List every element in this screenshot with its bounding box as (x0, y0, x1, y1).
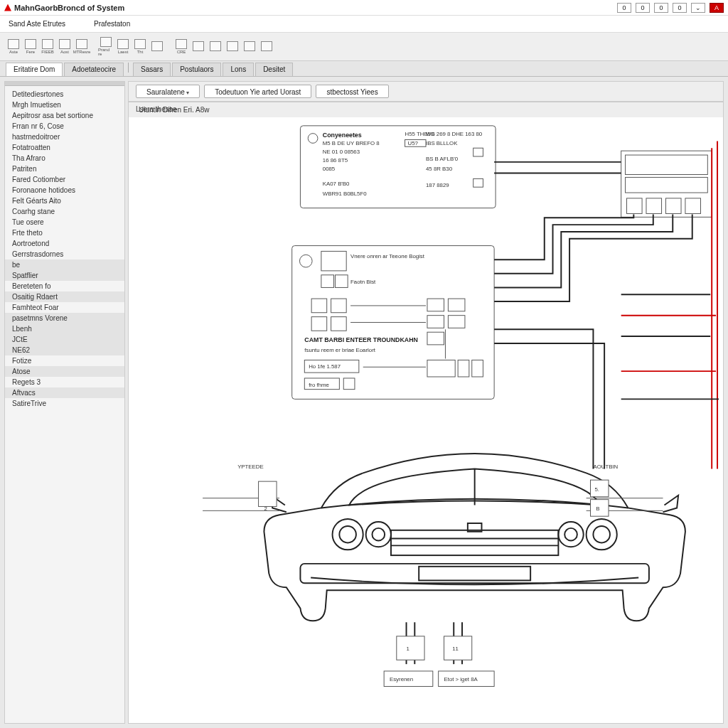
app-title: MahnGaorbBroncd of System (14, 4, 124, 12)
nav-tab-6[interactable]: Desitet (255, 63, 293, 76)
doc-body: Uiuntin Dihen Eri. A8w Conyeneetes M5 B … (129, 102, 723, 723)
tool-icon-7 (117, 39, 129, 49)
sidebar-item-22[interactable]: Lbenh (5, 323, 124, 334)
svg-rect-28 (331, 317, 347, 331)
svg-text:16 86 8T5: 16 86 8T5 (323, 157, 348, 164)
nav-tab-3[interactable]: Sasars (133, 63, 171, 76)
tool-btn-5[interactable]: MTResre (74, 36, 90, 58)
sidebar-item-18[interactable]: Bereteten fo (5, 281, 124, 291)
svg-rect-23 (335, 275, 348, 288)
sidebar-item-21[interactable]: pasetmns Vorene (5, 313, 124, 323)
svg-rect-38 (427, 332, 444, 345)
doc-tabs: Sauralatene Todeutuon Yie arted Uorast s… (129, 82, 723, 102)
sidebar-item-16[interactable]: be (5, 259, 124, 270)
svg-rect-39 (448, 299, 465, 311)
svg-rect-64 (419, 567, 530, 581)
svg-point-60 (593, 526, 610, 543)
sidebar-item-7[interactable]: Patriten (5, 164, 124, 174)
sidebar-item-1[interactable]: Mrgh Imuetisen (5, 100, 124, 110)
tool-icon-5 (76, 39, 87, 49)
sidebar-item-11[interactable]: Coarhg stane (5, 206, 124, 217)
tool-btn-7[interactable]: Laest (115, 36, 131, 58)
tool-btn-6[interactable]: Prand re (98, 36, 114, 58)
svg-point-59 (587, 519, 617, 550)
sidebar-item-4[interactable]: hastrnedoitroer (5, 132, 124, 142)
sidebar-item-6[interactable]: Tha Afraro (5, 153, 124, 164)
nav-tab-1[interactable]: Eritatire Dom (6, 63, 63, 76)
nav-tab-4[interactable]: Postulaors (172, 63, 221, 76)
toolbar-group-1: Aste Fere FIEEB Aost MTResre (6, 36, 97, 58)
doc-tab-3[interactable]: stbectosst Yiees (316, 85, 388, 98)
sidebar-item-29[interactable]: SatireTrive (5, 398, 124, 409)
svg-rect-47 (627, 198, 643, 214)
sidebar-item-25[interactable]: Fotize (5, 355, 124, 366)
sidebar-item-8[interactable]: Fared Cotiomber (5, 174, 124, 185)
sidebar-item-26[interactable]: Atose (5, 366, 124, 377)
tool-btn-11[interactable] (191, 36, 206, 58)
doc-tab-2[interactable]: Todeutuon Yie arted Uorast (204, 85, 311, 98)
svg-text:11: 11 (452, 646, 459, 652)
sidebar-item-10[interactable]: Felt Géarts Aito (5, 196, 124, 206)
sidebar-item-17[interactable]: Spatflier (5, 270, 124, 281)
svg-point-56 (339, 526, 356, 543)
window-close[interactable]: A (710, 3, 724, 13)
window-minimize[interactable]: ⌄ (691, 3, 705, 13)
svg-rect-77 (397, 636, 424, 660)
window-controls: 0 0 0 0 ⌄ A (617, 3, 724, 13)
sidebar-item-14[interactable]: Aortroetond (5, 238, 124, 249)
sidebar-item-2[interactable]: Aepitrosr asa bet sortione (5, 110, 124, 121)
svg-text:fro fhme: fro fhme (309, 382, 329, 388)
svg-point-57 (366, 522, 391, 547)
tool-btn-10[interactable]: CRE (173, 36, 189, 58)
sidebar-list: DetitediesrtonesMrgh ImuetisenAepitrosr … (5, 86, 124, 412)
svg-text:B: B (596, 505, 599, 512)
sidebar-item-5[interactable]: Fotatroatten (5, 142, 124, 153)
svg-text:WB 269 8 DHE 163 80: WB 269 8 DHE 163 80 (426, 131, 483, 137)
tool-icon-14 (244, 41, 255, 51)
sidebar-item-27[interactable]: Regets 3 (5, 377, 124, 387)
sidebar-item-24[interactable]: NE62 (5, 345, 124, 355)
menu-item-2[interactable]: Prafestaton (94, 20, 130, 28)
svg-rect-41 (427, 360, 455, 377)
svg-text:45 8R B30: 45 8R B30 (426, 166, 453, 172)
sidebar-item-9[interactable]: Foronaone hotidoes (5, 185, 124, 196)
svg-rect-20 (321, 251, 346, 270)
content-pane: Sauralatene Todeutuon Yie arted Uorast s… (128, 81, 724, 724)
window-button-3[interactable]: 0 (654, 3, 668, 13)
tool-btn-3[interactable]: FIEEB (40, 36, 55, 58)
sidebar-item-19[interactable]: Osaitig Rdaert (5, 291, 124, 302)
tool-btn-12[interactable] (208, 36, 223, 58)
wiring-diagram: Conyeneetes M5 B DE UY BREFO 8 NE 01 0 0… (129, 120, 723, 706)
tool-btn-8[interactable]: Tht (132, 36, 148, 58)
svg-rect-42 (458, 360, 469, 377)
doc-tab-1[interactable]: Sauralatene (136, 85, 200, 98)
sidebar-item-3[interactable]: Frran nr 6, Cose (5, 121, 124, 132)
svg-text:Ho 1fe 1.587: Ho 1fe 1.587 (309, 363, 341, 370)
window-button-2[interactable]: 0 (636, 3, 650, 13)
tool-btn-9[interactable] (149, 36, 165, 58)
sidebar-item-12[interactable]: Tue osere (5, 217, 124, 228)
sidebar-item-0[interactable]: Detitediesrtones (5, 89, 124, 100)
svg-text:Etot > iget 8A: Etot > iget 8A (444, 676, 478, 682)
menu-item-1[interactable]: Sand Aste Etrutes (9, 20, 65, 28)
nav-tab-2[interactable]: Adoetateocire (64, 63, 124, 76)
sidebar-item-28[interactable]: Aftvacs (5, 387, 124, 398)
window-button-1[interactable]: 0 (617, 3, 631, 13)
window-button-4[interactable]: 0 (673, 3, 687, 13)
sidebar-item-20[interactable]: Famhteot Foar (5, 302, 124, 313)
tool-btn-15[interactable] (259, 36, 274, 58)
sidebar-item-23[interactable]: JCtE (5, 334, 124, 345)
sidebar-item-15[interactable]: Gerrstrasdornes (5, 249, 124, 259)
tool-btn-14[interactable] (242, 36, 257, 58)
tool-btn-4[interactable]: Aost (57, 36, 73, 58)
svg-text:CAMT BARBI ENTEER TROUNDKAHN: CAMT BARBI ENTEER TROUNDKAHN (304, 336, 418, 343)
nav-tab-5[interactable]: Lons (223, 63, 254, 76)
svg-point-62 (564, 528, 577, 541)
tool-btn-2[interactable]: Fere (23, 36, 38, 58)
tool-btn-13[interactable] (225, 36, 240, 58)
tool-btn-1[interactable]: Aste (6, 36, 21, 58)
sidebar-item-13[interactable]: Frte theto (5, 228, 124, 238)
svg-rect-50 (685, 198, 701, 214)
tool-icon-9 (151, 41, 163, 51)
box1-title: Conyeneetes (323, 132, 362, 139)
